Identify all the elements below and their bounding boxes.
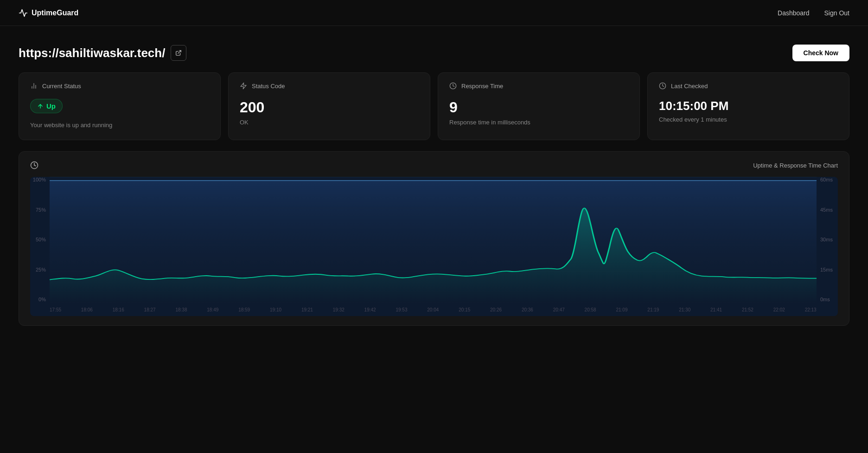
url-row: https://sahiltiwaskar.tech/ Check Now bbox=[19, 45, 849, 61]
status-code-card: Status Code 200 OK bbox=[228, 72, 430, 140]
chart-header: Uptime & Response Time Chart bbox=[30, 161, 838, 169]
status-code-value: 200 bbox=[240, 99, 419, 116]
nav-links: Dashboard Sign Out bbox=[778, 9, 849, 17]
status-badge: Up bbox=[30, 99, 63, 113]
brand-name: UptimeGuard bbox=[32, 9, 78, 17]
url-row-left: https://sahiltiwaskar.tech/ bbox=[19, 45, 186, 61]
dashboard-link[interactable]: Dashboard bbox=[778, 9, 810, 17]
cards-row: Current Status Up Your website is up and… bbox=[19, 72, 849, 140]
external-link-icon bbox=[175, 50, 182, 56]
last-checked-card: Last Checked 10:15:00 PM Checked every 1… bbox=[647, 72, 849, 140]
response-time-header: Response Time bbox=[449, 82, 628, 90]
main-content: https://sahiltiwaskar.tech/ Check Now Cu… bbox=[0, 26, 868, 335]
last-checked-sub: Checked every 1 minutes bbox=[659, 116, 838, 123]
chart-title: Uptime & Response Time Chart bbox=[753, 162, 838, 169]
clock-icon bbox=[449, 82, 457, 90]
status-text: Your website is up and running bbox=[30, 122, 209, 129]
brand: UptimeGuard bbox=[19, 8, 78, 18]
y-axis-left: 100% 75% 50% 25% 0% bbox=[30, 177, 49, 302]
svg-marker-5 bbox=[241, 83, 246, 89]
response-time-card: Response Time 9 Response time in millise… bbox=[438, 72, 640, 140]
activity-icon bbox=[19, 8, 28, 18]
status-code-sub: OK bbox=[240, 119, 419, 126]
url-title: https://sahiltiwaskar.tech/ bbox=[19, 46, 165, 60]
last-checked-header: Last Checked bbox=[659, 82, 838, 90]
chart-section: Uptime & Response Time Chart 100% 75% 50… bbox=[19, 151, 849, 326]
check-now-button[interactable]: Check Now bbox=[792, 45, 849, 61]
bar-chart-icon bbox=[30, 82, 38, 90]
chart-svg bbox=[50, 177, 817, 303]
x-axis: 17:55 18:06 18:16 18:27 18:38 18:49 18:5… bbox=[50, 303, 817, 316]
arrow-up-icon bbox=[37, 103, 44, 110]
response-time-sub: Response time in milliseconds bbox=[449, 119, 628, 126]
current-status-card: Current Status Up Your website is up and… bbox=[19, 72, 221, 140]
chart-container: 100% 75% 50% 25% 0% 60ms 45ms 30ms 15ms … bbox=[30, 177, 838, 316]
external-link-button[interactable] bbox=[171, 45, 186, 61]
navbar: UptimeGuard Dashboard Sign Out bbox=[0, 0, 868, 26]
svg-line-0 bbox=[178, 51, 181, 53]
current-status-header: Current Status bbox=[30, 82, 209, 90]
clock-icon-2 bbox=[659, 82, 666, 90]
chart-clock-icon bbox=[30, 161, 38, 169]
status-code-header: Status Code bbox=[240, 82, 419, 90]
response-time-value: 9 bbox=[449, 99, 628, 116]
signout-link[interactable]: Sign Out bbox=[824, 9, 849, 17]
bolt-icon bbox=[240, 82, 247, 90]
last-checked-value: 10:15:00 PM bbox=[659, 99, 838, 113]
y-axis-right: 60ms 45ms 30ms 15ms 0ms bbox=[817, 177, 838, 302]
